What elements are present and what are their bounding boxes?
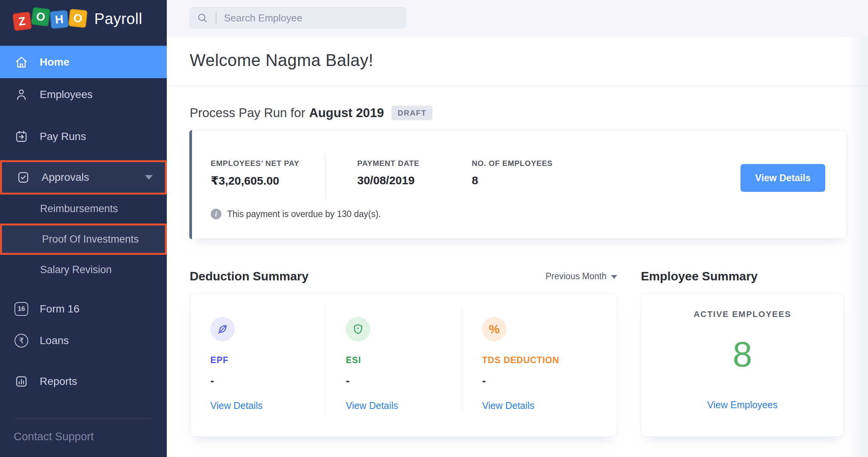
reports-icon: [14, 374, 29, 389]
sidebar-item-proof-of-investments[interactable]: Proof Of Investments: [0, 224, 167, 255]
loans-icon: ₹: [14, 333, 29, 348]
deduction-label: ESI: [346, 355, 361, 365]
chevron-down-icon[interactable]: [145, 175, 153, 180]
stat-payment-date: PAYMENT DATE 30/08/2019: [357, 159, 419, 187]
sidebar-item-label: Reports: [40, 375, 77, 388]
percent-icon: %: [482, 317, 507, 341]
stat-value: 30/08/2019: [357, 174, 419, 187]
deduction-value: -: [210, 374, 214, 387]
sidebar-item-salary-revision[interactable]: Salary Revision: [0, 255, 167, 285]
sidebar-item-employees[interactable]: Employees: [0, 78, 167, 111]
stat-value: ₹3,20,605.00: [211, 174, 299, 187]
info-icon: i: [211, 209, 221, 219]
payrun-title-prefix: Process Pay Run for: [190, 106, 305, 120]
page-title: Welcome Nagma Balay!: [190, 51, 373, 70]
sidebar-item-label: Form 16: [40, 303, 79, 315]
stat-value: 8: [472, 174, 553, 187]
column-divider: [325, 306, 326, 412]
logo-block-h: H: [50, 10, 69, 29]
view-details-link[interactable]: View Details: [210, 400, 263, 411]
period-filter-dropdown[interactable]: Previous Month: [545, 271, 617, 282]
sidebar-item-label: Approvals: [42, 171, 89, 183]
stat-label: NO. OF EMPLOYEES: [472, 159, 553, 168]
zoho-payroll-logo: Z O H O Payroll: [13, 10, 142, 27]
payrun-period: August 2019: [309, 106, 384, 120]
status-badge: DRAFT: [392, 106, 432, 120]
view-details-button[interactable]: View Details: [741, 164, 825, 192]
stat-employee-count: NO. OF EMPLOYEES 8: [472, 159, 553, 187]
deduction-summary-header: Deduction Summary Previous Month: [190, 269, 617, 283]
active-employees-count: 8: [641, 335, 844, 375]
contact-support-link[interactable]: Contact Support: [14, 430, 94, 443]
header-divider: [167, 85, 868, 86]
sidebar-item-label: Proof Of Investments: [42, 233, 139, 245]
sidebar-item-label: Employees: [40, 89, 93, 101]
scroll-edge-shadow: [846, 37, 868, 457]
form-16-icon: 16: [14, 301, 29, 317]
sidebar-divider: [14, 418, 152, 419]
shield-icon: [346, 317, 370, 341]
sidebar: Z O H O Payroll Home Employees Pay Runs: [0, 0, 167, 457]
deduction-value: -: [346, 374, 350, 387]
payrun-card: EMPLOYEES’ NET PAY ₹3,20,605.00 PAYMENT …: [190, 130, 847, 239]
sidebar-item-reports[interactable]: Reports: [0, 365, 167, 397]
main-area: Welcome Nagma Balay! Process Pay Run for…: [167, 0, 868, 457]
sidebar-item-label: Salary Revision: [40, 264, 112, 276]
view-employees-link-wrap: View Employees: [641, 399, 844, 410]
view-details-link[interactable]: View Details: [346, 400, 398, 411]
active-employees-label: ACTIVE EMPLOYEES: [641, 309, 844, 319]
sidebar-item-loans[interactable]: ₹ Loans: [0, 324, 167, 357]
pay-runs-icon: [14, 129, 29, 144]
sidebar-item-home[interactable]: Home: [0, 46, 167, 78]
logo-block-o1: O: [31, 7, 50, 26]
home-icon: [14, 55, 29, 70]
logo-block-z: Z: [12, 11, 32, 31]
sidebar-item-pay-runs[interactable]: Pay Runs: [0, 120, 167, 153]
deduction-summary-card: EPF - View Details ESI - View Details: [190, 293, 617, 437]
deduction-label: EPF: [210, 355, 229, 365]
payrun-card-accent: [189, 130, 192, 239]
employee-search[interactable]: [189, 7, 407, 29]
search-divider: [216, 11, 216, 24]
view-details-link[interactable]: View Details: [482, 400, 534, 411]
sidebar-item-form-16[interactable]: 16 Form 16: [0, 294, 167, 324]
product-name: Payroll: [94, 10, 142, 27]
stat-divider: [325, 154, 326, 200]
stat-label: PAYMENT DATE: [357, 159, 419, 168]
approvals-icon: [16, 170, 31, 185]
sidebar-item-reimbursements[interactable]: Reimbursements: [0, 195, 167, 223]
dashboard-content: Welcome Nagma Balay! Process Pay Run for…: [167, 37, 868, 457]
employee-summary-header: Employee Summary: [641, 269, 844, 283]
employees-icon: [14, 87, 29, 102]
sidebar-item-label: Pay Runs: [40, 130, 86, 143]
logo-block-o2: O: [68, 9, 88, 28]
topbar: [167, 0, 868, 37]
stat-net-pay: EMPLOYEES’ NET PAY ₹3,20,605.00: [211, 159, 299, 187]
sidebar-item-label: Loans: [40, 335, 69, 347]
search-input[interactable]: [224, 12, 399, 24]
leaf-icon: [210, 317, 235, 341]
deduction-label: TDS DEDUCTION: [482, 355, 559, 365]
view-employees-link[interactable]: View Employees: [707, 399, 778, 410]
employee-summary-title: Employee Summary: [641, 269, 758, 283]
chevron-down-icon: [611, 275, 617, 279]
overdue-text: This payment is overdue by 130 day(s).: [227, 209, 381, 219]
deduction-value: -: [482, 374, 486, 387]
payrun-section-title: Process Pay Run for August 2019 DRAFT: [190, 106, 432, 120]
sidebar-item-approvals[interactable]: Approvals: [0, 160, 167, 195]
sidebar-item-label: Home: [40, 56, 69, 68]
column-divider: [461, 306, 462, 412]
period-filter-label: Previous Month: [545, 271, 607, 282]
sidebar-item-label: Reimbursements: [40, 203, 118, 215]
employee-summary-card: ACTIVE EMPLOYEES 8 View Employees: [641, 293, 844, 437]
overdue-note: i This payment is overdue by 130 day(s).: [211, 209, 381, 219]
zoho-payroll-dashboard: Z O H O Payroll Home Employees Pay Runs: [0, 0, 868, 457]
search-icon: [197, 12, 208, 24]
deduction-summary-title: Deduction Summary: [190, 269, 308, 283]
stat-label: EMPLOYEES’ NET PAY: [211, 159, 299, 168]
